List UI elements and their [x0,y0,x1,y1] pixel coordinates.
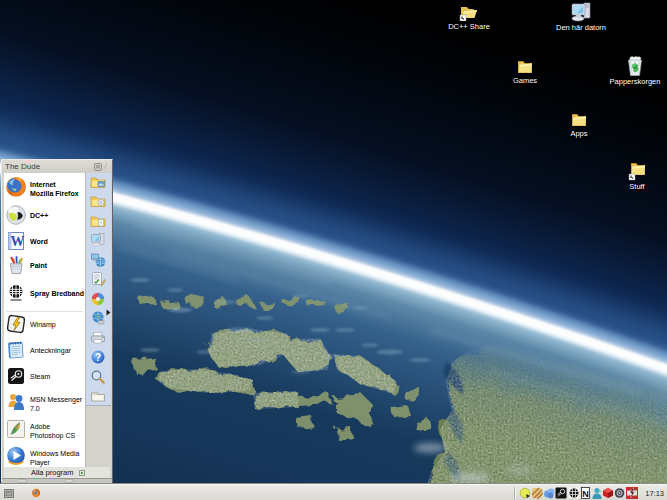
svg-text:W: W [11,234,25,249]
svg-text:N: N [582,489,589,499]
svg-text:?: ? [95,352,101,363]
